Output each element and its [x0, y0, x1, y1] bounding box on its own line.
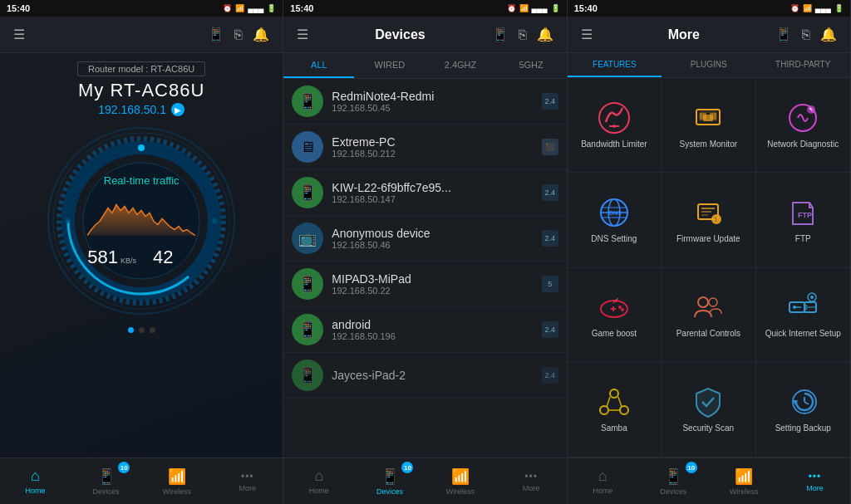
more-bell-icon[interactable]: 🔔 — [820, 27, 837, 42]
devices-menu-icon[interactable]: ☰ — [297, 27, 308, 42]
device-info-jayces: Jayces-iPad-2 — [332, 369, 541, 382]
devices-bottom-nav: ⌂ Home 10 📱 Devices 📶 Wireless ••• More — [283, 458, 566, 504]
wifi-icon2: 📶 — [519, 4, 529, 12]
feature-samba[interactable]: Samba — [568, 363, 662, 458]
devices-nav3-label: Devices — [660, 487, 686, 496]
monitor-label: System Monitor — [680, 139, 737, 149]
devices-topbar: ☰ Devices 📱 ⎘ 🔔 — [283, 17, 566, 53]
tab-all[interactable]: ALL — [283, 53, 354, 78]
more-share-icon[interactable]: ⎘ — [802, 27, 810, 42]
device-icon-jayces: 📱 — [292, 360, 323, 391]
tab-thirdparty[interactable]: THIRD-PARTY — [756, 53, 850, 77]
nav-wireless[interactable]: 📶 Wireless — [141, 458, 212, 504]
feature-ftp[interactable]: FTP FTP — [756, 173, 850, 267]
device-item[interactable]: 🖥 Extreme-PC 192.168.50.212 ⬛ — [283, 125, 566, 170]
device-item[interactable]: 📺 Anonymous device 192.168.50.46 2.4 — [283, 216, 566, 262]
setup-label: Quick Internet Setup — [765, 329, 841, 339]
nav-devices[interactable]: 10 📱 Devices — [71, 458, 141, 504]
nav3-devices[interactable]: 10 📱 Devices — [638, 458, 709, 504]
parental-label: Parental Controls — [676, 329, 740, 339]
tab-plugins[interactable]: PLUGINS — [662, 53, 755, 77]
time-more: 15:40 — [574, 3, 598, 13]
more-nav-label: More — [239, 484, 257, 492]
share-icon[interactable]: ⎘ — [234, 27, 243, 42]
nav2-more[interactable]: ••• More — [496, 458, 567, 504]
svg-point-48 — [805, 308, 808, 311]
samba-icon — [598, 385, 631, 418]
nav2-home[interactable]: ⌂ Home — [283, 458, 354, 504]
svg-rect-30 — [701, 211, 711, 213]
device-item[interactable]: 📱 RedmiNote4-Redmi 192.168.50.45 2.4 — [283, 79, 566, 125]
svg-rect-29 — [701, 208, 715, 209]
feature-bandwidth[interactable]: Bandwidth Limiter — [568, 78, 662, 173]
device-info-mipad: MIPAD3-MiPad 192.168.50.22 — [332, 272, 541, 296]
svg-point-53 — [620, 406, 628, 414]
device-icon-pc: 🖥 — [292, 131, 323, 163]
stat-upload: 581 KB/s — [87, 247, 136, 268]
svg-point-7 — [212, 218, 217, 223]
feature-security[interactable]: Security Scan — [662, 363, 755, 458]
tab-features[interactable]: FEATURES — [568, 53, 662, 77]
traffic-chart — [87, 190, 195, 240]
feature-setup[interactable]: Quick Internet Setup — [756, 268, 850, 363]
wifi-icon: 📶 — [235, 4, 244, 12]
more-nav-icon: ••• — [241, 471, 254, 482]
nav2-devices[interactable]: 10 📱 Devices — [354, 458, 425, 504]
feature-firmware[interactable]: ↑ Firmware Update — [662, 173, 755, 267]
device-name-mipad: MIPAD3-MiPad — [332, 272, 541, 286]
menu-icon[interactable]: ☰ — [13, 27, 25, 42]
nav2-wireless[interactable]: 📶 Wireless — [425, 458, 495, 504]
nav3-home[interactable]: ⌂ Home — [568, 458, 638, 504]
svg-line-60 — [804, 402, 809, 404]
security-icon — [691, 385, 725, 418]
nav-home[interactable]: ⌂ Home — [0, 458, 71, 504]
feature-dns[interactable]: DNS DNS Setting — [568, 173, 662, 267]
feature-monitor[interactable]: System Monitor — [662, 78, 755, 173]
more-menu-icon[interactable]: ☰ — [581, 27, 593, 42]
home-nav-icon: ⌂ — [31, 467, 40, 485]
diagnostic-label: Network Diagnostic — [767, 139, 839, 149]
devices-bell-icon[interactable]: 🔔 — [537, 27, 553, 42]
svg-point-6 — [138, 144, 145, 151]
svg-point-40 — [698, 297, 708, 307]
nav3-wireless[interactable]: 📶 Wireless — [709, 458, 780, 504]
devices-device-icon[interactable]: 📱 — [492, 27, 509, 42]
device-item[interactable]: 📱 android 192.168.50.196 2.4 — [283, 307, 566, 353]
tab-5ghz[interactable]: 5GHZ — [496, 53, 567, 78]
status-bar-more: 15:40 ⏰ 📶 ▄▄▄ 🔋 — [568, 0, 850, 17]
feature-backup[interactable]: Setting Backup — [756, 363, 850, 458]
devices-badge2: 10 — [401, 462, 413, 473]
nav-more[interactable]: ••• More — [212, 458, 283, 504]
nav3-more[interactable]: ••• More — [780, 458, 850, 504]
more-topbar: ☰ More 📱 ⎘ 🔔 — [568, 17, 850, 53]
device-badge-24-6: 2.4 — [542, 321, 558, 338]
tab-wired[interactable]: WIRED — [354, 53, 425, 78]
device-name-android: android — [332, 318, 541, 331]
security-label: Security Scan — [682, 423, 734, 433]
device-badge-wired: ⬛ — [542, 139, 558, 155]
bandwidth-label: Bandwidth Limiter — [581, 139, 647, 149]
device-icon[interactable]: 📱 — [208, 27, 224, 42]
firmware-icon: ↑ — [691, 196, 725, 229]
device-item[interactable]: 📱 Jayces-iPad-2 2.4 — [283, 353, 566, 399]
router-ip[interactable]: 192.168.50.1 ▶ — [98, 103, 184, 116]
feature-game[interactable]: Game boost — [568, 268, 662, 363]
backup-label: Setting Backup — [775, 423, 831, 433]
game-label: Game boost — [592, 329, 637, 339]
status-bar-devices: 15:40 ⏰ 📶 ▄▄▄ 🔋 — [283, 0, 566, 17]
devices-share-icon[interactable]: ⎘ — [519, 27, 527, 42]
battery-icon3: 🔋 — [834, 4, 844, 12]
svg-point-38 — [618, 306, 622, 309]
tab-2_4ghz[interactable]: 2.4GHZ — [425, 53, 495, 78]
more-tabs: FEATURES PLUGINS THIRD-PARTY — [568, 53, 850, 78]
device-item[interactable]: 📱 MIPAD3-MiPad 192.168.50.22 5 — [283, 262, 566, 307]
bell-icon[interactable]: 🔔 — [253, 27, 269, 42]
game-icon — [598, 291, 631, 324]
feature-diagnostic[interactable]: Network Diagnostic — [756, 78, 850, 173]
devices-badge3: 10 — [686, 462, 697, 473]
device-item[interactable]: 📱 KIW-L22-6f9bffc7e95... 192.168.50.147 … — [283, 170, 566, 216]
more-device-icon[interactable]: 📱 — [775, 27, 792, 42]
device-icon-kiw: 📱 — [292, 177, 323, 208]
device-info-android: android 192.168.50.196 — [332, 318, 541, 341]
feature-parental[interactable]: Parental Controls — [662, 268, 755, 363]
